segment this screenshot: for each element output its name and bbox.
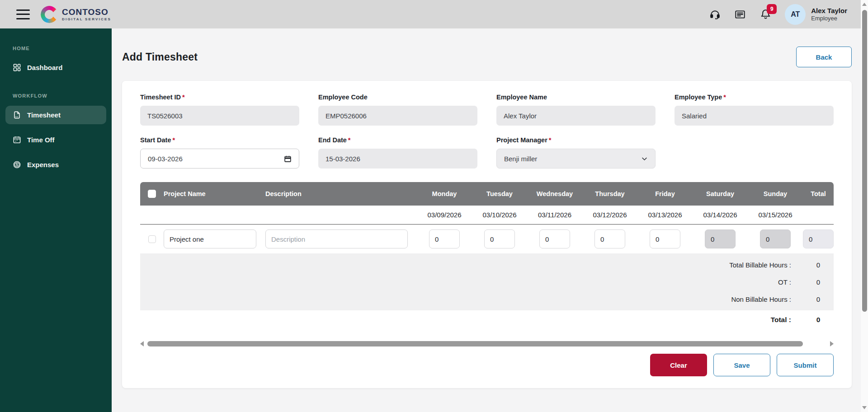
sidebar-item-label: Timesheet [27,111,61,119]
calendar-icon [13,136,21,144]
employee-type-label: Employee Type [675,94,722,101]
sidebar-item-timesheet[interactable]: Timesheet [5,106,106,124]
required-asterisk: * [173,136,175,144]
horizontal-scroll-thumb[interactable] [147,341,803,346]
col-description: Description [265,190,417,197]
col-saturday: Saturday [693,190,748,197]
action-buttons: Clear Save Submit [140,354,834,376]
date-sunday: 03/15/2026 [748,211,803,219]
date-monday: 03/09/2026 [417,211,472,219]
sidebar-section-workflow: WORKFLOW [13,93,112,98]
nonbillable-hours-label: Non Billable Hours : [140,295,803,303]
date-thursday: 03/12/2026 [582,211,637,219]
back-button[interactable]: Back [796,47,852,67]
end-date-input [318,149,477,169]
friday-hours-input[interactable] [650,229,680,248]
summary-row-total: Total : 0 [140,310,834,329]
vertical-scrollbar[interactable] [861,0,868,412]
date-saturday: 03/14/2026 [693,211,748,219]
description-input[interactable] [265,229,408,248]
summary-section: Total Billable Hours : 0 OT : 0 Non Bill… [140,253,834,310]
notification-count-badge: 9 [767,4,777,14]
employee-code-input [318,106,477,126]
main-content: Add Timesheet Back Timesheet ID* Employe… [112,28,861,412]
timesheet-icon [13,111,21,119]
wednesday-hours-input[interactable] [539,229,570,248]
vertical-scroll-thumb[interactable] [862,10,867,312]
field-start-date: Start Date* 09-03-2026 [140,136,299,169]
news-feed-icon[interactable] [734,9,746,20]
sidebar-item-label: Time Off [27,136,55,144]
billable-hours-label: Total Billable Hours : [140,261,803,269]
ot-value: 0 [803,278,834,286]
monday-hours-input[interactable] [429,229,460,248]
sidebar-item-timeoff[interactable]: Time Off [5,131,106,149]
clear-button[interactable]: Clear [650,354,707,376]
tuesday-hours-input[interactable] [484,229,515,248]
scroll-left-arrow[interactable] [140,341,144,346]
start-date-value: 09-03-2026 [148,155,183,163]
start-date-input[interactable]: 09-03-2026 [140,149,299,169]
hamburger-menu-icon[interactable] [16,9,30,19]
timesheet-card: Timesheet ID* Employee Code Employee Nam… [122,81,852,388]
required-asterisk: * [182,94,185,101]
field-employee-type: Employee Type* [675,94,834,126]
notifications-bell-icon[interactable]: 9 [760,9,771,20]
saturday-hours-input [705,229,736,248]
timesheet-id-label: Timesheet ID [140,94,181,101]
page-title: Add Timesheet [122,51,198,63]
required-asterisk: * [549,136,552,144]
summary-row-ot: OT : 0 [140,273,834,290]
calendar-picker-icon[interactable] [284,155,292,163]
dashboard-icon [13,63,21,72]
field-employee-name: Employee Name [496,94,656,126]
sidebar-section-home: HOME [13,46,112,51]
project-manager-select[interactable]: Benji miller [496,149,656,169]
summary-row-billable: Total Billable Hours : 0 [140,256,834,273]
col-thursday: Thursday [582,190,637,197]
field-employee-code: Employee Code [318,94,477,126]
sidebar: HOME Dashboard WORKFLOW Timesheet Time O… [0,28,112,412]
horizontal-scroll-track[interactable] [146,341,828,346]
scroll-down-arrow[interactable] [862,406,867,409]
col-project-name: Project Name [164,190,265,197]
submit-button[interactable]: Submit [777,354,834,376]
user-name: Alex Taylor [811,7,847,15]
app-logo: CONTOSO DIGITAL SERVICES [41,6,111,23]
timesheet-entry-row [140,225,834,253]
required-asterisk: * [723,94,726,101]
sidebar-item-dashboard[interactable]: Dashboard [5,58,106,77]
sidebar-item-expenses[interactable]: Expenses [5,155,106,174]
employee-code-label: Employee Code [318,94,368,101]
employee-name-label: Employee Name [496,94,547,101]
project-name-input[interactable] [164,229,256,248]
project-manager-label: Project Manager [496,136,547,144]
end-date-label: End Date [318,136,347,144]
scroll-right-arrow[interactable] [830,341,834,346]
grand-total-label: Total : [140,316,803,324]
scroll-up-arrow[interactable] [862,3,867,6]
summary-row-nonbillable: Non Billable Hours : 0 [140,290,834,308]
row-checkbox[interactable] [148,235,156,243]
horizontal-scrollbar [140,341,834,346]
timesheet-table-header: Project Name Description Monday Tuesday … [140,182,834,206]
sunday-hours-input [760,229,791,248]
thursday-hours-input[interactable] [594,229,625,248]
save-button[interactable]: Save [713,354,770,376]
user-menu[interactable]: AT Alex Taylor Employee [785,4,847,25]
dates-row: 03/09/2026 03/10/2026 03/11/2026 03/12/2… [140,206,834,225]
col-friday: Friday [637,190,693,197]
start-date-label: Start Date [140,136,171,144]
field-project-manager: Project Manager* Benji miller [496,136,656,169]
date-tuesday: 03/10/2026 [472,211,527,219]
date-friday: 03/13/2026 [637,211,693,219]
field-end-date: End Date* [318,136,477,169]
col-sunday: Sunday [748,190,803,197]
employee-type-input [675,106,834,126]
chevron-down-icon [641,155,648,162]
project-manager-value: Benji miller [504,155,537,163]
required-asterisk: * [348,136,351,144]
row-total-input [803,229,834,248]
support-headset-icon[interactable] [709,9,721,20]
select-all-checkbox[interactable] [148,190,156,198]
